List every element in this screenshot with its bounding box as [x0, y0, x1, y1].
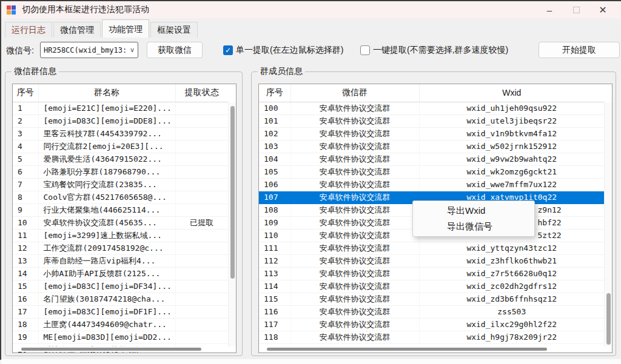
group-name-cell: 工作交流群(20917458192@c... [38, 242, 175, 254]
member-row[interactable]: 115安卓软件协议交流群wxid_zd3b6ffnhsqz12 [259, 293, 604, 305]
status-cell [175, 293, 228, 305]
close-button[interactable]: ✕ [589, 1, 616, 18]
group-row[interactable]: 12工作交流群(20917458192@c... [13, 242, 228, 254]
wechat-account-label: 微信号: [6, 45, 34, 56]
col-header-wxid: Wxid [419, 84, 604, 102]
status-cell [175, 114, 228, 127]
member-row[interactable]: 112安卓软件协议交流群wxid_z3hflko6thwb21 [259, 254, 604, 267]
group-row[interactable]: 2[emoji=D83C][emoji=DDE8]... [13, 114, 228, 127]
group-name-cell: [emoji=E21C][emoji=E220]... [38, 102, 175, 114]
tab-wechat-management[interactable]: 微信管理 [53, 22, 101, 38]
window-bottom-strip [1, 359, 621, 364]
group-row[interactable]: 11[emoji=3299]速上数据私域... [13, 229, 228, 242]
status-cell [175, 165, 228, 178]
wxid-cell: wxid_w502jrnk152912 [419, 140, 604, 153]
member-table-horizontal-scrollbar[interactable] [260, 346, 603, 352]
wxid-cell: wxid_z7r5t6628u0q12 [419, 267, 604, 280]
group-name-cell: 安卓软件协议交流群(45635... [38, 216, 175, 229]
member-row[interactable]: 117安卓软件协议交流群wxid_ilxc29g0hl2f22 [259, 318, 604, 331]
member-row[interactable]: 101安卓软件协议交流群wxid_utel3jibeqsr22 [259, 114, 604, 127]
member-table-vertical-scrollbar[interactable] [604, 102, 612, 346]
group-row[interactable]: 19ME[emoji=D83D][emoji=DD2... [13, 331, 228, 343]
row-number-cell: 115 [259, 293, 290, 305]
row-number-cell: 15 [13, 280, 38, 293]
group-row[interactable]: 1[emoji=E21C][emoji=E220]... [13, 102, 228, 114]
col-header-index: 序号 [259, 84, 290, 102]
group-row[interactable]: 15[emoji=D83C][emoji=DF34]... [13, 280, 228, 293]
row-number-cell: 12 [13, 242, 38, 254]
row-number-cell: 2 [13, 114, 38, 127]
member-row[interactable]: 100安卓软件协议交流群wxid_uh1jeh09qsu922 [259, 102, 604, 114]
tab-framework-settings[interactable]: 框架设置 [150, 22, 198, 38]
single-extract-option[interactable]: ✓ 单一提取(在左边鼠标选择群) [223, 45, 343, 56]
tab-function-management[interactable]: 功能管理 [102, 19, 149, 38]
group-row[interactable]: 5爱腾讯爱生活(43647915022... [13, 153, 228, 165]
group-name-cell: 同行交流群2[emoji=20E3][... [38, 140, 175, 153]
group-row[interactable]: 10安卓软件协议交流群(45635...已提取 [13, 216, 228, 229]
context-menu: 导出Wxid 导出微信号 [412, 200, 535, 237]
group-row[interactable]: 18土匪窝(44473494609@chatr... [13, 318, 228, 331]
group-row[interactable]: 6小路兼职分享群(187968790... [13, 165, 228, 178]
member-table-header: 序号 微信群 Wxid [259, 84, 604, 102]
group-row[interactable]: 9行业大佬聚集地(446625114... [13, 204, 228, 216]
start-extract-button[interactable]: 开始提取 [539, 42, 620, 58]
group-name-cell: 里客云科技7群(4454339792... [38, 127, 175, 140]
row-number-cell: 106 [259, 178, 290, 191]
menu-item-export-wechat-id[interactable]: 导出微信号 [413, 219, 534, 234]
wechat-group-cell: 安卓软件协议交流群 [290, 293, 419, 305]
group-name-cell: [emoji=D83C][emoji=DDE8]... [38, 114, 175, 127]
member-row[interactable]: 104安卓软件协议交流群wxid_w9vw2b9wahtq22 [259, 153, 604, 165]
wxid-cell: wxid_wwe7mffm7ux122 [419, 178, 604, 191]
one-key-extract-checkbox[interactable] [360, 45, 370, 55]
one-key-extract-option[interactable]: 一键提取(不需要选择,群多速度较慢) [360, 45, 508, 56]
group-row[interactable]: 4同行交流群2[emoji=20E3][... [13, 140, 228, 153]
member-row[interactable]: 111安卓软件协议交流群wxid_yttqzyn43tzc12 [259, 242, 604, 254]
menu-item-export-wxid[interactable]: 导出Wxid [413, 203, 534, 219]
group-name-cell: 小路兼职分享群(187968790... [38, 165, 175, 178]
wechat-account-value: HR258CC(wxid_bmy13: [41, 46, 127, 55]
group-table-horizontal-scrollbar[interactable] [13, 346, 227, 352]
tab-run-log[interactable]: 运行日志 [5, 22, 52, 38]
member-info-panel-title: 群成员信息 [258, 66, 305, 77]
group-row[interactable]: 17[emoji=D83C][emoji=DF1F]... [13, 305, 228, 318]
single-extract-checkbox[interactable]: ✓ [223, 45, 233, 55]
status-cell [175, 267, 228, 280]
row-number-cell: 6 [13, 165, 38, 178]
member-row[interactable]: 105安卓软件协议交流群wxid_wk2omzg6gckt21 [259, 165, 604, 178]
group-row[interactable]: 7宝鸡餐饮同行交流群(23835... [13, 178, 228, 191]
member-row[interactable]: 106安卓软件协议交流群wxid_wwe7mffm7ux122 [259, 178, 604, 191]
toolbar: 微信号: HR258CC(wxid_bmy13: ∨ 获取微信 ✓ 单一提取(在… [1, 38, 621, 65]
group-row[interactable]: 16名门望族(30187474218@cha... [13, 293, 228, 305]
row-number-cell: 3 [13, 127, 38, 140]
member-row[interactable]: 113安卓软件协议交流群wxid_z7r5t6628u0q12 [259, 267, 604, 280]
group-row[interactable]: 3里客云科技7群(4454339792... [13, 127, 228, 140]
wxid-cell: wxid_v1n9btkvm4fa12 [419, 127, 604, 140]
group-table-vertical-scrollbar[interactable] [228, 102, 236, 346]
wxid-cell: zss503 [419, 305, 604, 318]
member-row[interactable]: 118安卓软件协议交流群wxid_h9gj78x209jr22 [259, 331, 604, 343]
group-name-cell: [emoji=D83C][emoji=DF34]... [38, 280, 175, 293]
group-row[interactable]: 8Coolv官方群(45217605658@... [13, 191, 228, 204]
maximize-button[interactable] [563, 1, 589, 18]
get-wechat-button[interactable]: 获取微信 [147, 42, 203, 58]
row-number-cell: 104 [259, 153, 290, 165]
title-bar: 切勿使用本框架进行违法犯罪活动 – ✕ [1, 1, 621, 18]
group-row[interactable]: 14小帅AI助手API反馈群(2125... [13, 267, 228, 280]
member-row[interactable]: 102安卓软件协议交流群wxid_v1n9btkvm4fa12 [259, 127, 604, 140]
row-number-cell: 7 [13, 178, 38, 191]
row-number-cell: 13 [13, 254, 38, 267]
row-number-cell: 100 [259, 102, 290, 114]
minimize-button[interactable]: – [536, 1, 563, 18]
maximize-icon [573, 7, 580, 13]
group-info-panel: 微信群信息 序号 群名称 提取状态 1[emoji=E21C][emoji=E2… [5, 71, 243, 356]
member-row[interactable]: 116安卓软件协议交流群zss503 [259, 305, 604, 318]
member-row[interactable]: 114安卓软件协议交流群wxid_zc02dh2gdfrs12 [259, 280, 604, 293]
member-row[interactable]: 103安卓软件协议交流群wxid_w502jrnk152912 [259, 140, 604, 153]
row-number-cell: 5 [13, 153, 38, 165]
status-cell [175, 331, 228, 343]
row-number-cell: 117 [259, 318, 290, 331]
wechat-account-select[interactable]: HR258CC(wxid_bmy13: ∨ [40, 42, 138, 58]
chevron-down-icon: ∨ [127, 46, 138, 54]
group-row[interactable]: 13库蒂自助经一路店vip福利4... [13, 254, 228, 267]
wxid-cell: wxid_yttqzyn43tzc12 [419, 242, 604, 254]
